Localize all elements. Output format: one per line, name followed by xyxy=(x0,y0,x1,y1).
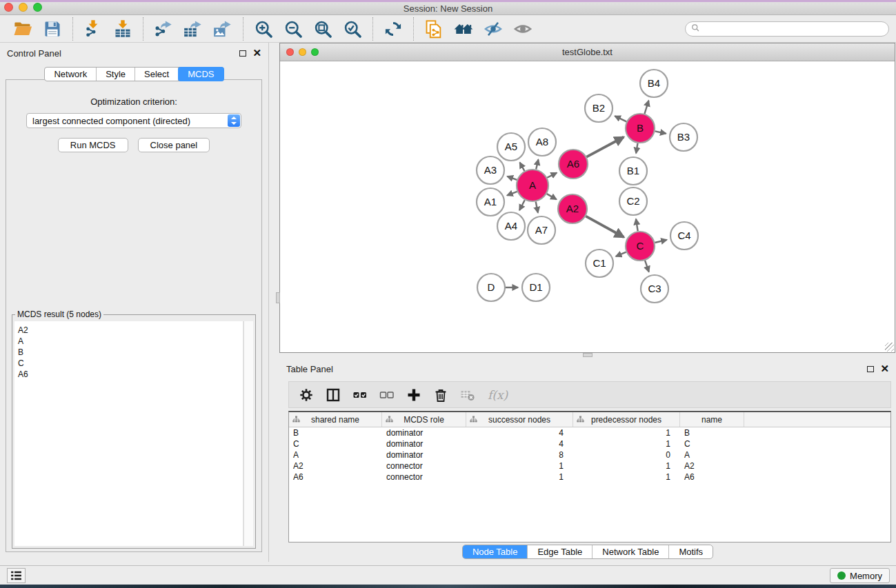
delete-column-icon[interactable] xyxy=(433,386,448,404)
criterion-select[interactable]: largest connected component (directed) xyxy=(26,113,241,128)
mcds-result-item[interactable]: A6 xyxy=(18,369,243,380)
network-close-button[interactable] xyxy=(286,48,294,56)
column-header-MCDS-role[interactable]: MCDS role xyxy=(382,412,466,427)
duplicate-network-icon[interactable] xyxy=(421,17,446,41)
refresh-icon[interactable] xyxy=(381,17,406,41)
network-minimize-button[interactable] xyxy=(299,48,306,56)
graph-node-B[interactable]: B xyxy=(626,114,655,143)
graph-node-A[interactable]: A xyxy=(517,170,548,201)
tab-edge-table[interactable]: Edge Table xyxy=(528,545,593,558)
table-cell: 1 xyxy=(573,427,680,438)
split-columns-icon[interactable] xyxy=(326,386,341,404)
network-window-titlebar[interactable]: testGlobe.txt xyxy=(280,43,895,61)
tab-node-table[interactable]: Node Table xyxy=(463,545,528,558)
column-header-name[interactable]: name xyxy=(680,412,744,427)
add-column-icon[interactable] xyxy=(406,386,421,404)
float-panel-icon[interactable] xyxy=(239,50,246,57)
graph-node-B1[interactable]: B1 xyxy=(619,157,647,185)
tab-network-table[interactable]: Network Table xyxy=(593,545,669,558)
resize-grip[interactable] xyxy=(885,343,894,352)
tab-style[interactable]: Style xyxy=(97,68,135,81)
function-builder-icon[interactable]: f(x) xyxy=(487,386,510,404)
settings-gear-icon[interactable] xyxy=(299,386,314,404)
graph-node-C2[interactable]: C2 xyxy=(619,187,647,215)
zoom-fit-icon[interactable] xyxy=(310,17,335,41)
export-image-icon[interactable] xyxy=(210,17,235,41)
import-network-icon[interactable] xyxy=(81,17,106,41)
splitter-handle-horizontal[interactable] xyxy=(583,353,593,357)
mcds-result-item[interactable]: A xyxy=(18,336,243,347)
tab-motifs[interactable]: Motifs xyxy=(669,545,713,558)
tab-select[interactable]: Select xyxy=(135,68,179,81)
close-panel-icon[interactable]: ✕ xyxy=(252,50,261,57)
graph-edge-B-B4 xyxy=(645,101,649,114)
column-header-predecessor-nodes[interactable]: predecessor nodes xyxy=(573,412,680,427)
task-history-button[interactable] xyxy=(7,568,26,583)
graph-node-C4[interactable]: C4 xyxy=(670,222,698,250)
hide-graphics-details-icon[interactable] xyxy=(481,17,506,41)
graph-node-B2[interactable]: B2 xyxy=(585,94,613,122)
graph-node-A5[interactable]: A5 xyxy=(497,133,525,161)
graph-node-A8[interactable]: A8 xyxy=(528,128,556,156)
graph-node-A1[interactable]: A1 xyxy=(477,188,504,216)
memory-button[interactable]: Memory xyxy=(830,568,890,583)
mcds-result-item[interactable]: A2 xyxy=(18,325,243,336)
search-field[interactable] xyxy=(685,21,889,37)
import-table-icon[interactable] xyxy=(110,17,135,41)
run-mcds-button[interactable]: Run MCDS xyxy=(58,138,128,152)
table-body: Bdominator41BCdominator41CAdominator80AA… xyxy=(289,427,890,483)
graph-node-B4[interactable]: B4 xyxy=(640,70,668,97)
network-canvas[interactable]: B4B2BB3A5A8A6A3B1AA1C2A2A4A7C4CC1DD1C3 xyxy=(280,61,895,352)
column-header-successor-nodes[interactable]: successor nodes xyxy=(466,412,573,427)
table-row[interactable]: A6connector11A6 xyxy=(289,472,890,483)
table-row[interactable]: Cdominator41C xyxy=(289,438,890,449)
mcds-result-item[interactable]: B xyxy=(18,347,243,358)
open-file-icon[interactable] xyxy=(10,17,35,41)
float-table-panel-icon[interactable] xyxy=(867,366,874,372)
show-graphics-details-icon[interactable] xyxy=(510,17,535,41)
graph-node-C3[interactable]: C3 xyxy=(641,275,668,303)
zoom-window-button[interactable] xyxy=(33,3,42,12)
tab-network[interactable]: Network xyxy=(45,68,97,81)
deselect-all-columns-icon[interactable] xyxy=(379,386,395,404)
result-scrollbar[interactable] xyxy=(243,321,253,546)
graph-node-B3[interactable]: B3 xyxy=(670,123,697,151)
graph-node-A6[interactable]: A6 xyxy=(559,150,588,179)
network-graph[interactable]: B4B2BB3A5A8A6A3B1AA1C2A2A4A7C4CC1DD1C3 xyxy=(280,61,895,352)
graph-node-A4[interactable]: A4 xyxy=(497,212,525,240)
delete-table-icon[interactable] xyxy=(460,386,475,404)
graph-edge-B-B3 xyxy=(655,131,666,133)
graph-node-D1[interactable]: D1 xyxy=(522,274,550,301)
table-row[interactable]: Adominator80A xyxy=(289,449,890,460)
home-layout-icon[interactable] xyxy=(451,17,476,41)
mcds-result-list[interactable]: A2ABCA6 xyxy=(14,321,243,546)
graph-node-C[interactable]: C xyxy=(626,232,655,261)
export-table-icon[interactable] xyxy=(181,17,206,41)
table-cell: B xyxy=(680,427,744,438)
zoom-in-icon[interactable] xyxy=(251,17,276,41)
table-row[interactable]: A2connector11A2 xyxy=(289,460,890,472)
close-window-button[interactable] xyxy=(4,3,13,12)
table-row[interactable]: Bdominator41B xyxy=(289,427,890,438)
close-panel-button[interactable]: Close panel xyxy=(138,138,210,152)
column-header-shared-name[interactable]: shared name xyxy=(289,412,382,427)
graph-node-D[interactable]: D xyxy=(477,274,505,301)
zoom-out-icon[interactable] xyxy=(281,17,306,41)
graph-node-C1[interactable]: C1 xyxy=(586,250,613,277)
close-table-panel-icon[interactable]: ✕ xyxy=(880,365,889,372)
node-table: shared nameMCDS rolesuccessor nodesprede… xyxy=(288,411,891,543)
select-all-columns-icon[interactable] xyxy=(352,386,368,404)
minimize-window-button[interactable] xyxy=(19,3,28,12)
search-input[interactable] xyxy=(703,23,888,35)
splitter-handle-vertical[interactable] xyxy=(276,292,280,303)
tab-mcds[interactable]: MCDS xyxy=(178,67,223,81)
zoom-selected-icon[interactable] xyxy=(340,17,365,41)
mcds-panel: Optimization criterion: largest connecte… xyxy=(6,79,262,552)
network-zoom-button[interactable] xyxy=(311,48,319,56)
save-session-icon[interactable] xyxy=(40,17,65,41)
graph-node-A3[interactable]: A3 xyxy=(477,156,504,184)
mcds-result-item[interactable]: C xyxy=(18,358,243,369)
graph-node-A7[interactable]: A7 xyxy=(528,216,555,244)
graph-node-A2[interactable]: A2 xyxy=(558,194,587,223)
export-network-icon[interactable] xyxy=(151,17,176,41)
